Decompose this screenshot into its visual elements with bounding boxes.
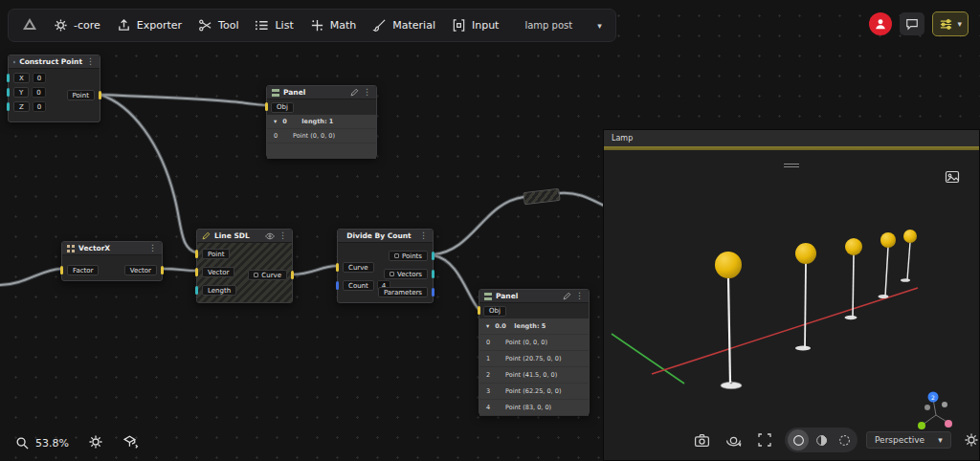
panel-row[interactable]: 4Point (83, 0, 0) [479,400,589,416]
port-in-x[interactable] [7,74,10,82]
panel-row[interactable]: 1Point (20.75, 0, 0) [479,351,589,367]
screenshot-button[interactable] [943,167,962,187]
menu-core[interactable]: -core [54,18,100,33]
input-length[interactable]: Length [202,285,236,296]
input-curve[interactable]: Curve [343,262,374,273]
output-vectors[interactable]: Vectors [384,269,428,279]
port-in-length[interactable] [195,286,198,295]
gizmo-gray-ball[interactable] [924,405,930,410]
menu-math[interactable]: Math [310,18,357,33]
user-avatar[interactable] [869,12,892,35]
port-out-vectors[interactable] [432,270,434,278]
eye-icon[interactable] [265,232,275,240]
node-menu-icon[interactable]: ⋮ [575,292,584,300]
input-x[interactable]: X [13,73,30,83]
lamp-post-1[interactable] [715,252,742,389]
canvas-settings-button[interactable] [88,434,103,453]
zoom-control[interactable]: 53.8% [15,436,69,450]
node-panel-top[interactable]: Panel ⋮ Obj ▾ 0 length: 1 0 Point (0, 0,… [266,85,377,158]
input-y[interactable]: Y [13,87,29,98]
panel-row[interactable]: 3Point (62.25, 0, 0) [479,384,589,400]
node-panel-bottom[interactable]: Panel ⋮ Obj ▾ 0.0 length: 5 0Point (0, 0… [479,289,590,415]
node-header[interactable]: Divide By Count ⋮ [338,230,433,243]
port-out-parameters[interactable] [432,288,434,296]
port-in-obj[interactable] [478,306,480,315]
input-y-value[interactable]: 0 [32,87,45,98]
output-parameters[interactable]: Parameters [378,287,428,297]
gizmo-x-ball[interactable] [945,420,952,428]
menu-exporter[interactable]: Exporter [117,18,182,33]
port-in-y[interactable] [7,88,10,97]
node-header[interactable]: Panel ⋮ [267,86,376,99]
node-menu-icon[interactable]: ⋮ [86,57,95,66]
panel-tab-obj[interactable]: Obj [271,102,294,113]
output-vector[interactable]: Vector [124,265,157,275]
port-in-vector[interactable] [195,268,198,276]
output-curve[interactable]: Curve [248,270,287,280]
node-line-sdl[interactable]: Line SDL ⋮ Point Vector Length Curve [196,229,293,303]
port-out-vector[interactable] [161,266,164,274]
node-menu-icon[interactable]: ⋮ [148,244,157,252]
tree-marker-icon[interactable]: ▾ [486,322,489,330]
panel-row[interactable]: 0 Point (0, 0, 0) [267,129,376,143]
port-in-count[interactable] [336,281,339,290]
viewport-window[interactable]: Lamp [603,129,980,461]
fullscreen-button[interactable] [753,428,776,451]
camera-projection-select[interactable]: Perspective ▾ [866,431,951,449]
panel-summary-row[interactable]: ▾ 0.0 length: 5 [479,318,589,335]
node-vectorx[interactable]: VectorX ⋮ Factor Vector [61,241,163,281]
orbit-button[interactable] [722,428,745,451]
lamp-post-5[interactable] [901,230,917,282]
menu-list[interactable]: List [255,18,293,33]
shading-mode-solid[interactable] [788,429,809,450]
input-x-value[interactable]: 0 [33,73,46,83]
edit-pencil-icon[interactable] [350,88,359,97]
port-in-z[interactable] [7,102,10,111]
input-vector[interactable]: Vector [202,267,234,277]
node-construct-point[interactable]: Construct Point ⋮ X0 Y0 Z0 Point [8,55,100,122]
edit-pencil-icon[interactable] [563,292,571,300]
tree-marker-icon[interactable]: ▾ [274,118,277,125]
shading-mode-wire[interactable] [834,429,855,450]
axis-gizmo[interactable]: 2 [918,392,952,430]
viewport-drag-handle[interactable] [784,162,799,169]
menu-input[interactable]: Input [452,18,499,33]
output-point[interactable]: Point [67,90,95,100]
gizmo-gray-ball[interactable] [942,402,947,407]
panel-row[interactable]: 0Point (0, 0, 0) [479,335,589,351]
comments-button[interactable] [900,12,924,35]
app-logo-icon[interactable] [22,16,37,34]
camera-button[interactable] [690,428,713,451]
node-divide-by-count[interactable]: Divide By Count ⋮ Curve Count4 Points Ve… [337,229,434,303]
navigate-mode-button[interactable] [122,433,139,453]
input-point[interactable]: Point [202,249,230,259]
port-out-points[interactable] [432,252,434,260]
node-header[interactable]: Panel ⋮ [479,290,589,303]
node-header[interactable]: Construct Point ⋮ [9,55,100,69]
node-menu-icon[interactable]: ⋮ [363,88,371,97]
output-points[interactable]: Points [389,251,428,261]
viewport-settings-button[interactable] [960,428,979,451]
port-in-curve[interactable] [336,263,339,272]
lamp-post-4[interactable] [879,232,897,298]
panel-summary-row[interactable]: ▾ 0 length: 1 [267,115,376,129]
node-header[interactable]: VectorX ⋮ [62,242,162,255]
input-count[interactable]: Count [343,280,374,291]
menu-tool[interactable]: Tool [198,18,238,33]
settings-button[interactable]: ▾ [932,11,969,36]
node-header[interactable]: Line SDL ⋮ [197,230,292,243]
project-select[interactable]: lamp post ▾ [524,20,601,31]
shading-mode-shaded[interactable] [811,429,832,450]
port-out-point[interactable] [99,91,101,99]
input-z-value[interactable]: 0 [33,101,46,112]
port-out-curve[interactable] [291,271,294,279]
panel-row[interactable]: 2Point (41.5, 0, 0) [479,367,589,384]
viewport-3d-area[interactable]: 2 [604,150,979,460]
node-menu-icon[interactable]: ⋮ [419,231,428,240]
port-in-point[interactable] [195,250,198,258]
menu-material[interactable]: Material [372,18,435,33]
port-in-factor[interactable] [60,266,63,274]
panel-tab-obj[interactable]: Obj [483,306,506,317]
input-factor[interactable]: Factor [67,265,99,275]
viewport-titlebar[interactable]: Lamp [604,130,979,146]
